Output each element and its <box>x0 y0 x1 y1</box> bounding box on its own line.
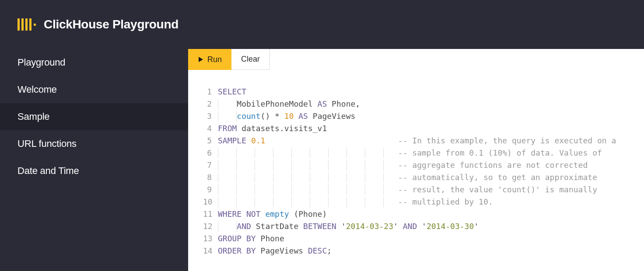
clickhouse-logo-icon <box>18 18 36 31</box>
code-content[interactable]: MobilePhoneModel AS Phone, <box>218 98 360 110</box>
sidebar-item-label: Welcome <box>18 84 57 95</box>
sidebar-item-playground[interactable]: Playground <box>0 49 188 76</box>
code-content[interactable]: WHERE NOT empty (Phone) <box>218 208 327 220</box>
run-button[interactable]: Run <box>188 49 231 70</box>
line-number: 8 <box>203 171 218 184</box>
code-line[interactable]: 2 MobilePhoneModel AS Phone, <box>203 98 644 110</box>
line-number: 11 <box>203 208 218 220</box>
code-line[interactable]: 5SAMPLE 0.1 -- In this example, the quer… <box>203 135 644 147</box>
code-content[interactable]: -- sample from 0.1 (10%) of data. Values… <box>218 147 602 159</box>
sidebar-item-date-and-time[interactable]: Date and Time <box>0 157 188 184</box>
sidebar: PlaygroundWelcomeSampleURL functionsDate… <box>0 49 188 271</box>
clear-button-label: Clear <box>241 55 260 64</box>
code-content[interactable]: GROUP BY Phone <box>218 233 284 245</box>
code-content[interactable]: SELECT <box>218 86 246 98</box>
line-number: 4 <box>203 122 218 135</box>
sql-editor[interactable]: 1SELECT2 MobilePhoneModel AS Phone,3 cou… <box>188 70 644 257</box>
code-line[interactable]: 4FROM datasets.visits_v1 <box>203 122 644 135</box>
sidebar-item-url-functions[interactable]: URL functions <box>0 130 188 157</box>
clear-button[interactable]: Clear <box>231 49 270 70</box>
code-line[interactable]: 8 -- automatically, so to get an approxi… <box>203 171 644 184</box>
run-button-label: Run <box>207 55 222 64</box>
code-content[interactable]: -- aggregate functions are not corrected <box>218 159 588 171</box>
code-line[interactable]: 11WHERE NOT empty (Phone) <box>203 208 644 220</box>
sidebar-item-label: Sample <box>18 111 49 122</box>
code-line[interactable]: 14ORDER BY PageViews DESC; <box>203 245 644 257</box>
code-content[interactable]: ORDER BY PageViews DESC; <box>218 245 332 257</box>
line-number: 7 <box>203 159 218 171</box>
play-icon <box>198 56 204 63</box>
code-line[interactable]: 6 -- sample from 0.1 (10%) of data. Valu… <box>203 147 644 159</box>
app-title: ClickHouse Playground <box>44 17 178 31</box>
line-number: 1 <box>203 86 218 98</box>
code-line[interactable]: 3 count() * 10 AS PageViews <box>203 110 644 122</box>
code-line[interactable]: 10 -- multiplied by 10. <box>203 196 644 208</box>
sidebar-item-label: Playground <box>18 57 65 68</box>
line-number: 5 <box>203 135 218 147</box>
header: ClickHouse Playground <box>0 0 644 49</box>
code-content[interactable]: count() * 10 AS PageViews <box>218 110 355 122</box>
line-number: 6 <box>203 147 218 159</box>
code-content[interactable]: -- result, the value 'count()' is manual… <box>218 184 597 196</box>
code-line[interactable]: 12 AND StartDate BETWEEN '2014-03-23' AN… <box>203 220 644 233</box>
line-number: 2 <box>203 98 218 110</box>
line-number: 13 <box>203 233 218 245</box>
code-content[interactable]: -- multiplied by 10. <box>218 196 493 208</box>
code-line[interactable]: 1SELECT <box>203 86 644 98</box>
code-content[interactable]: FROM datasets.visits_v1 <box>218 122 327 135</box>
line-number: 14 <box>203 245 218 257</box>
code-content[interactable]: AND StartDate BETWEEN '2014-03-23' AND '… <box>218 220 479 233</box>
code-content[interactable]: SAMPLE 0.1 -- In this example, the query… <box>218 135 616 147</box>
line-number: 12 <box>203 220 218 233</box>
main-panel: Run Clear 1SELECT2 MobilePhoneModel AS P… <box>188 49 644 271</box>
sidebar-item-label: Date and Time <box>18 165 79 176</box>
code-content[interactable]: -- automatically, so to get an approxima… <box>218 171 597 184</box>
toolbar: Run Clear <box>188 49 644 70</box>
line-number: 9 <box>203 184 218 196</box>
line-number: 3 <box>203 110 218 122</box>
code-line[interactable]: 9 -- result, the value 'count()' is manu… <box>203 184 644 196</box>
sidebar-item-sample[interactable]: Sample <box>0 103 188 130</box>
sidebar-item-label: URL functions <box>18 138 77 149</box>
code-line[interactable]: 13GROUP BY Phone <box>203 233 644 245</box>
line-number: 10 <box>203 196 218 208</box>
logo: ClickHouse Playground <box>18 17 178 31</box>
sidebar-item-welcome[interactable]: Welcome <box>0 76 188 103</box>
code-line[interactable]: 7 -- aggregate functions are not correct… <box>203 159 644 171</box>
